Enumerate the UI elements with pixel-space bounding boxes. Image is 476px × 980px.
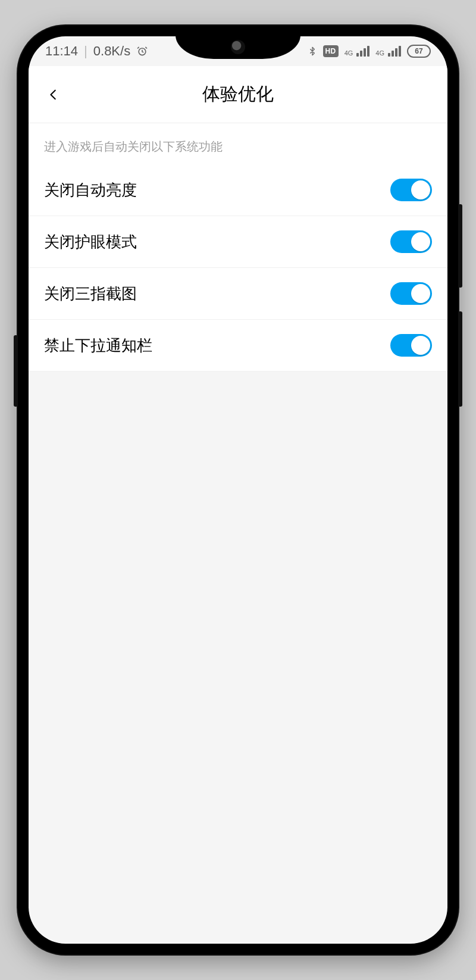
signal-2: 4G xyxy=(375,46,401,57)
toggle-auto-brightness[interactable] xyxy=(390,179,432,201)
side-button-left xyxy=(14,335,18,407)
phone-bezel: 11:14 | 0.8K/s xyxy=(25,33,451,947)
toggle-knob xyxy=(411,284,430,303)
app-header: 体验优化 xyxy=(29,66,447,123)
toggle-eye-protect[interactable] xyxy=(390,230,432,253)
status-net-speed: 0.8K/s xyxy=(93,43,130,59)
battery-percent: 67 xyxy=(415,47,422,55)
signal-1: 4G xyxy=(345,46,370,57)
status-separator: | xyxy=(84,43,87,59)
screen: 11:14 | 0.8K/s xyxy=(29,36,447,944)
toggle-three-finger-screenshot[interactable] xyxy=(390,282,432,305)
battery-indicator: 67 xyxy=(407,45,431,58)
signal-bars-icon xyxy=(356,46,369,57)
setting-label: 关闭自动亮度 xyxy=(44,180,137,201)
alarm-icon xyxy=(136,45,148,57)
status-right: HD 4G 4G 67 xyxy=(308,45,431,58)
settings-list: 关闭自动亮度 关闭护眼模式 关闭三指截图 禁止下拉通知栏 xyxy=(29,164,447,372)
status-time: 11:14 xyxy=(45,43,78,59)
signal-1-label: 4G xyxy=(345,50,353,57)
section-description: 进入游戏后自动关闭以下系统功能 xyxy=(29,123,447,164)
setting-row-block-notification-pull[interactable]: 禁止下拉通知栏 xyxy=(29,320,447,372)
bluetooth-icon xyxy=(308,45,317,57)
notch xyxy=(176,36,300,59)
toggle-knob xyxy=(411,232,430,251)
setting-row-three-finger-screenshot[interactable]: 关闭三指截图 xyxy=(29,268,447,320)
setting-label: 关闭护眼模式 xyxy=(44,232,137,252)
setting-label: 禁止下拉通知栏 xyxy=(44,335,152,356)
page-title: 体验优化 xyxy=(202,82,274,107)
hd-badge: HD xyxy=(323,45,339,57)
chevron-left-icon xyxy=(47,85,60,105)
battery-icon: 67 xyxy=(407,45,431,58)
signal-2-label: 4G xyxy=(375,50,384,57)
toggle-block-notification-pull[interactable] xyxy=(390,334,432,357)
setting-row-eye-protect[interactable]: 关闭护眼模式 xyxy=(29,216,447,268)
setting-row-auto-brightness[interactable]: 关闭自动亮度 xyxy=(29,164,447,216)
side-button-2 xyxy=(458,311,462,407)
phone-frame: 11:14 | 0.8K/s xyxy=(18,26,458,954)
status-left: 11:14 | 0.8K/s xyxy=(45,43,148,59)
signal-bars-icon xyxy=(388,46,401,57)
toggle-knob xyxy=(411,180,430,199)
setting-label: 关闭三指截图 xyxy=(44,283,137,304)
back-button[interactable] xyxy=(40,82,67,108)
side-button-1 xyxy=(458,204,462,288)
toggle-knob xyxy=(411,336,430,355)
